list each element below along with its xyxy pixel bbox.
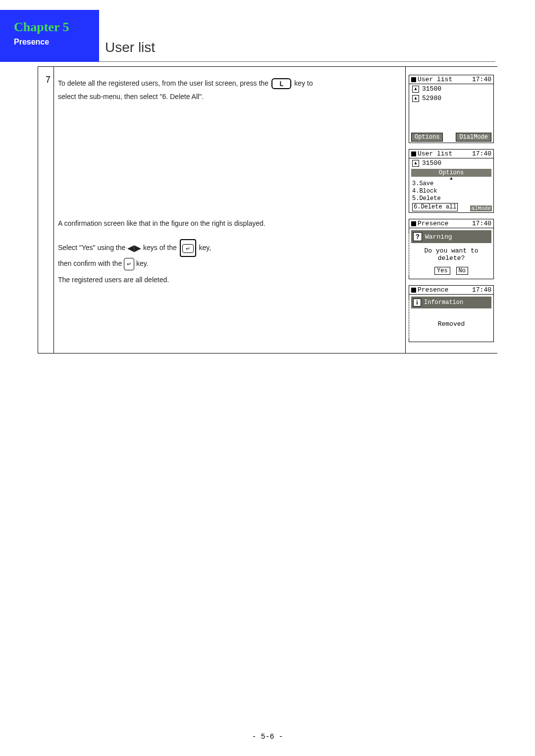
text: select the sub-menu, then select "6. Del… <box>58 90 401 103</box>
square-icon <box>411 221 416 226</box>
text: key to <box>294 79 313 87</box>
text: Select "Yes" using the <box>58 244 127 252</box>
user-number: 31500 <box>422 159 441 167</box>
left-right-arrow-icon: ◀▶ <box>127 243 141 253</box>
deleted-text: The registered users are all deleted. <box>58 273 401 287</box>
screen-time: 17:40 <box>472 150 491 157</box>
enter-key-icon: ↵ <box>124 258 134 270</box>
options-header: Options <box>411 169 491 177</box>
screens-column: User list 17:40 ♟31500 ♟52980 Options Di… <box>405 67 497 353</box>
screen-title: Presence <box>418 286 448 294</box>
warning-banner: ? Warning <box>411 230 491 243</box>
warning-text: Do you want to <box>409 247 493 254</box>
no-button[interactable]: No <box>456 267 468 275</box>
step-body: To delete all the registered users, from… <box>54 67 405 353</box>
chapter-header: Chapter 5 Presence <box>0 10 99 62</box>
screen-time: 17:40 <box>472 76 491 83</box>
text: then confirm with the <box>58 259 124 267</box>
confirmation-text: A confirmation screen like that in the f… <box>58 217 401 230</box>
square-icon <box>411 151 416 156</box>
screen-warning: Presence 17:40 ? Warning Do you want to … <box>409 219 494 279</box>
text: key, <box>199 244 212 252</box>
screen-information: Presence 17:40 i Information Removed <box>409 285 494 342</box>
dashed-edge <box>409 234 409 275</box>
page-number: - 5-6 - <box>0 733 535 741</box>
step-number: 7 <box>38 67 54 353</box>
key-L: L <box>271 78 291 89</box>
user-number: 31500 <box>422 85 441 93</box>
screen-userlist-options: User list 17:40 ♟31500 Options ▲ 3.Save … <box>409 149 494 213</box>
information-banner: i Information <box>411 297 491 308</box>
section-title: User list <box>105 40 155 55</box>
main-content: 7 To delete all the registered users, fr… <box>38 66 497 353</box>
removed-text: Removed <box>409 310 493 342</box>
question-icon: ? <box>413 232 422 241</box>
step-row: 7 To delete all the registered users, fr… <box>38 66 497 353</box>
dashed-edge <box>409 301 409 338</box>
bottom-rule <box>38 353 497 353</box>
screen-title: User list <box>418 76 452 83</box>
screen-userlist-1: User list 17:40 ♟31500 ♟52980 Options Di… <box>409 75 494 143</box>
warning-text: delete? <box>409 254 493 262</box>
user-icon: ♟ <box>412 86 419 93</box>
text: key. <box>136 259 149 267</box>
screen-time: 17:40 <box>472 286 491 294</box>
text: keys of the <box>143 244 179 252</box>
square-icon <box>411 288 416 293</box>
yes-button[interactable]: Yes <box>434 267 450 275</box>
dialmode-button[interactable]: DialMode <box>456 133 491 142</box>
screen-title: User list <box>418 150 452 157</box>
user-icon: ♟ <box>412 95 419 102</box>
menu-item-selected[interactable]: 6.Delete all <box>412 203 458 211</box>
menu-item[interactable]: 4.Block <box>412 188 490 195</box>
user-number: 52980 <box>422 95 441 102</box>
screen-time: 17:40 <box>472 220 491 227</box>
menu-item[interactable]: 5.Delete <box>412 195 490 202</box>
warning-label: Warning <box>425 233 452 241</box>
mode-label: alMode <box>470 205 492 211</box>
chapter-label: Chapter 5 <box>14 20 99 35</box>
title-rule <box>99 61 495 62</box>
info-icon: i <box>413 299 421 306</box>
user-icon: ♟ <box>412 160 419 167</box>
options-button[interactable]: Options <box>411 133 443 142</box>
menu-item[interactable]: 3.Save <box>412 180 490 188</box>
text: To delete all the registered users, from… <box>58 79 270 87</box>
enter-key-icon: ↵ <box>180 239 196 257</box>
presence-label: Presence <box>14 38 99 47</box>
information-label: Information <box>424 299 463 306</box>
square-icon <box>411 77 416 82</box>
screen-title: Presence <box>418 220 448 227</box>
